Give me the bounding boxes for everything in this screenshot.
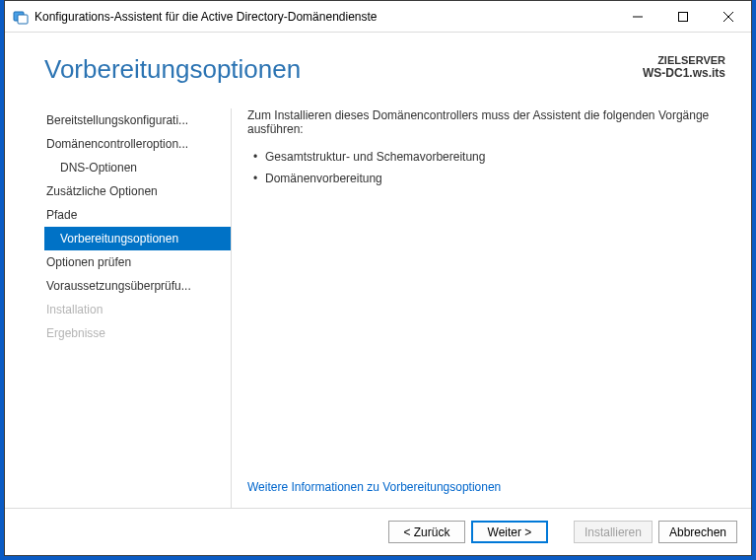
wizard-footer: < Zurück Weiter > Installieren Abbrechen: [5, 508, 751, 555]
cancel-button[interactable]: Abbrechen: [658, 521, 737, 543]
wizard-main-content: Zum Installieren dieses Domänencontrolle…: [232, 108, 725, 508]
sidebar-item-dc-options[interactable]: Domänencontrolleroption...: [44, 132, 231, 156]
sidebar-item-deployment-config[interactable]: Bereitstellungskonfigurati...: [44, 108, 231, 132]
task-list: Gesamtstruktur- und Schemavorbereitung D…: [247, 150, 725, 193]
svg-rect-3: [679, 12, 688, 21]
sidebar-item-review-options[interactable]: Optionen prüfen: [44, 250, 231, 274]
target-server-label: ZIELSERVER: [643, 54, 725, 66]
titlebar: Konfigurations-Assistent für die Active …: [5, 1, 751, 33]
target-server-block: ZIELSERVER WS-DC1.ws.its: [643, 54, 725, 80]
sidebar-item-additional-options[interactable]: Zusätzliche Optionen: [44, 179, 231, 203]
task-item: Domänenvorbereitung: [253, 172, 725, 185]
svg-rect-1: [18, 15, 28, 24]
minimize-button[interactable]: [615, 2, 660, 32]
app-icon: [13, 9, 29, 25]
close-button[interactable]: [706, 2, 751, 32]
sidebar-item-paths[interactable]: Pfade: [44, 203, 231, 227]
wizard-steps-sidebar: Bereitstellungskonfigurati... Domänencon…: [44, 108, 232, 508]
window-title: Konfigurations-Assistent für die Active …: [34, 10, 615, 24]
next-button[interactable]: Weiter >: [471, 521, 548, 543]
back-button[interactable]: < Zurück: [388, 521, 465, 543]
wizard-window: Konfigurations-Assistent für die Active …: [4, 0, 752, 556]
page-title: Vorbereitungsoptionen: [44, 54, 722, 85]
sidebar-item-installation: Installation: [44, 298, 231, 321]
sidebar-item-results: Ergebnisse: [44, 321, 231, 345]
target-server-value: WS-DC1.ws.its: [643, 66, 725, 80]
install-button: Installieren: [574, 521, 653, 543]
wizard-body: Bereitstellungskonfigurati... Domänencon…: [5, 108, 751, 508]
intro-text: Zum Installieren dieses Domänencontrolle…: [247, 108, 725, 136]
maximize-button[interactable]: [660, 2, 706, 32]
wizard-header: Vorbereitungsoptionen ZIELSERVER WS-DC1.…: [5, 33, 751, 108]
sidebar-item-prerequisites-check[interactable]: Voraussetzungsüberprüfu...: [44, 274, 231, 298]
task-item: Gesamtstruktur- und Schemavorbereitung: [253, 150, 725, 164]
sidebar-item-dns-options[interactable]: DNS-Optionen: [44, 156, 231, 179]
sidebar-item-preparation-options[interactable]: Vorbereitungsoptionen: [44, 227, 231, 250]
more-info-link[interactable]: Weitere Informationen zu Vorbereitungsop…: [247, 480, 725, 494]
